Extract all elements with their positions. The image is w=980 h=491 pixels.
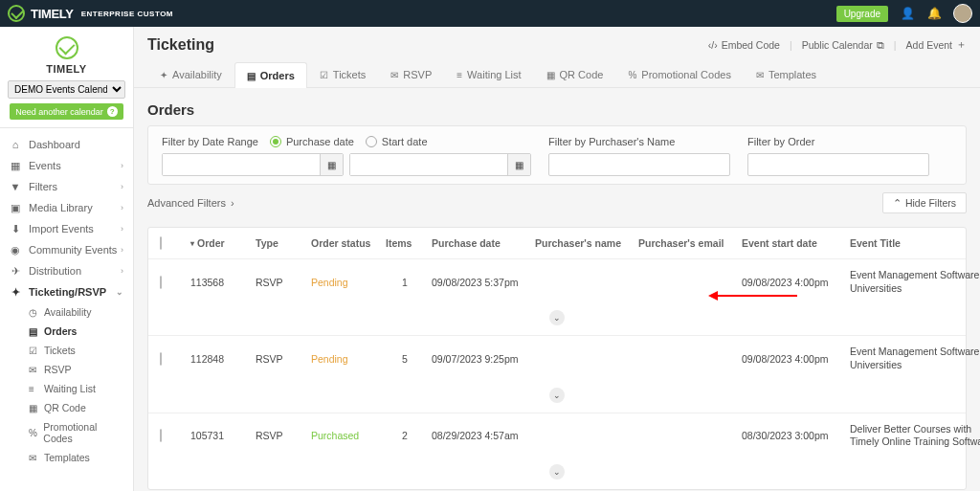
cell-status: Pending	[311, 353, 378, 365]
sidebar-sub-waiting-list[interactable]: ≡Waiting List	[0, 379, 133, 398]
sidebar-sub-rsvp[interactable]: ✉RSVP	[0, 360, 133, 379]
external-link-icon: ⧉	[877, 39, 884, 52]
date-to-input[interactable]	[350, 154, 507, 175]
col-items[interactable]: Items	[386, 237, 424, 249]
sidebar-item-community-events[interactable]: ◉Community Events›	[0, 239, 133, 260]
bell-icon[interactable]: 🔔	[926, 6, 942, 21]
order-input[interactable]	[747, 153, 929, 176]
sidebar-sub-promotional-codes[interactable]: %Promotional Codes	[0, 417, 133, 448]
sub-icon: ✉	[29, 453, 38, 463]
chevron-right-icon: ›	[121, 161, 123, 170]
filter-date-label: Filter by Date Range	[162, 136, 258, 147]
cell-purchase-date: 08/29/2023 4:57am	[432, 430, 527, 441]
purchaser-name-input[interactable]	[548, 153, 730, 176]
cell-event-start: 09/08/2023 4:00pm	[742, 353, 842, 365]
user-icon[interactable]: 👤	[900, 6, 915, 21]
radio-purchase-date[interactable]: Purchase date	[270, 136, 354, 147]
col-event-title[interactable]: Event Title	[850, 237, 980, 249]
cell-type: RSVP	[256, 353, 303, 365]
ticket-icon: ✦	[10, 286, 21, 298]
cell-status: Purchased	[311, 430, 378, 441]
content-header: Ticketing ‹/› Embed Code | Public Calend…	[134, 27, 980, 61]
sidebar-item-filters[interactable]: ▼Filters›	[0, 176, 133, 197]
logo-icon	[8, 5, 25, 22]
table-row: 105731 RSVP Purchased 2 08/29/2023 4:57a…	[148, 413, 966, 458]
expand-row: ⌄	[148, 304, 966, 335]
col-event-start[interactable]: Event start date	[742, 237, 842, 249]
tab-promotional-codes[interactable]: %Promotional Codes	[615, 61, 743, 87]
filter-purchaser-label: Filter by Purchaser's Name	[548, 136, 730, 147]
cell-type: RSVP	[256, 430, 303, 441]
embed-code-link[interactable]: ‹/› Embed Code	[708, 39, 780, 51]
cell-items: 1	[386, 277, 424, 288]
sidebar-item-distribution[interactable]: ✈Distribution›	[0, 260, 133, 281]
col-purchase-date[interactable]: Purchase date	[432, 237, 527, 249]
sidebar-item-media-library[interactable]: ▣Media Library›	[0, 197, 133, 218]
add-event-link[interactable]: Add Event ＋	[906, 38, 967, 52]
tab-waiting-list[interactable]: ≡Waiting List	[444, 61, 533, 87]
radio-unchecked-icon	[366, 136, 377, 147]
tab-icon: ▤	[247, 71, 256, 81]
chevron-down-icon: ⌄	[116, 287, 123, 297]
need-another-calendar-button[interactable]: Need another calendar ?	[10, 103, 123, 120]
nav-label: Events	[29, 160, 61, 171]
download-icon: ⬇	[10, 223, 21, 234]
sidebar-brand: TIMELY	[8, 63, 125, 75]
avatar[interactable]	[953, 4, 972, 23]
tab-availability[interactable]: ✦Availability	[147, 61, 234, 87]
upgrade-button[interactable]: Upgrade	[836, 6, 888, 22]
tab-orders[interactable]: ▤Orders	[234, 62, 307, 88]
sidebar-sub-templates[interactable]: ✉Templates	[0, 448, 133, 467]
row-checkbox[interactable]	[160, 429, 162, 442]
sub-icon: ◷	[29, 307, 38, 318]
radio-start-date[interactable]: Start date	[366, 136, 428, 147]
tab-qr-code[interactable]: ▦QR Code	[534, 61, 616, 87]
row-checkbox[interactable]	[160, 352, 162, 366]
orders-table: ▾Order Type Order status Items Purchase …	[147, 227, 967, 490]
calendar-icon[interactable]: ▦	[320, 154, 343, 175]
chevron-up-icon: ⌃	[893, 197, 902, 209]
sidebar-sub-tickets[interactable]: ☑Tickets	[0, 341, 133, 360]
calendar-select[interactable]: DEMO Events Calendar (M...	[8, 80, 125, 99]
sidebar-sub-availability[interactable]: ◷Availability	[0, 302, 133, 322]
sidebar-item-import-events[interactable]: ⬇Import Events›	[0, 218, 133, 239]
sidebar-item-events[interactable]: ▦Events›	[0, 155, 133, 176]
col-status[interactable]: Order status	[311, 237, 378, 249]
brand-name: TIMELY	[31, 7, 74, 21]
cell-order-id: 113568	[190, 277, 248, 288]
select-all-checkbox[interactable]	[160, 236, 162, 250]
plus-icon: ＋	[956, 38, 967, 52]
date-from-input[interactable]	[163, 154, 320, 175]
calendar-icon[interactable]: ▦	[507, 154, 530, 175]
send-icon: ✈	[10, 265, 21, 277]
help-icon: ?	[107, 106, 118, 117]
sidebar-item-dashboard[interactable]: ⌂Dashboard	[0, 134, 133, 155]
col-purchaser-name[interactable]: Purchaser's name	[535, 237, 631, 249]
expand-row: ⌄	[148, 458, 966, 489]
calendar-icon: ▦	[10, 160, 21, 171]
filter-order-label: Filter by Order	[747, 136, 929, 147]
table-header-row: ▾Order Type Order status Items Purchase …	[148, 228, 966, 259]
tab-rsvp[interactable]: ✉RSVP	[378, 61, 444, 87]
hide-filters-button[interactable]: ⌃ Hide Filters	[882, 192, 967, 213]
expand-row-button[interactable]: ⌄	[549, 464, 565, 480]
expand-row-button[interactable]: ⌄	[549, 388, 565, 403]
col-type[interactable]: Type	[256, 237, 303, 249]
public-calendar-link[interactable]: Public Calendar ⧉	[802, 39, 884, 52]
sidebar-sub-qr-code[interactable]: ▦QR Code	[0, 398, 133, 417]
sub-icon: ✉	[29, 365, 38, 375]
expand-row-button[interactable]: ⌄	[549, 310, 565, 325]
sidebar-sub-orders[interactable]: ▤Orders	[0, 322, 133, 341]
col-purchaser-email[interactable]: Purchaser's email	[638, 237, 734, 249]
sidebar-item-ticketing-rsvp[interactable]: ✦Ticketing/RSVP⌄	[0, 281, 133, 302]
row-checkbox[interactable]	[160, 276, 162, 289]
advanced-filters-link[interactable]: Advanced Filters ›	[147, 197, 234, 209]
chevron-right-icon: ›	[231, 197, 234, 209]
tab-templates[interactable]: ✉Templates	[744, 61, 829, 87]
sub-icon: ≡	[29, 384, 38, 394]
chevron-down-icon: ⌄	[553, 313, 561, 323]
tab-tickets[interactable]: ☑Tickets	[307, 61, 378, 87]
page-title: Ticketing	[147, 36, 214, 54]
col-order[interactable]: ▾Order	[190, 237, 248, 249]
table-row: 112848 RSVP Pending 5 09/07/2023 9:25pm …	[148, 336, 966, 381]
